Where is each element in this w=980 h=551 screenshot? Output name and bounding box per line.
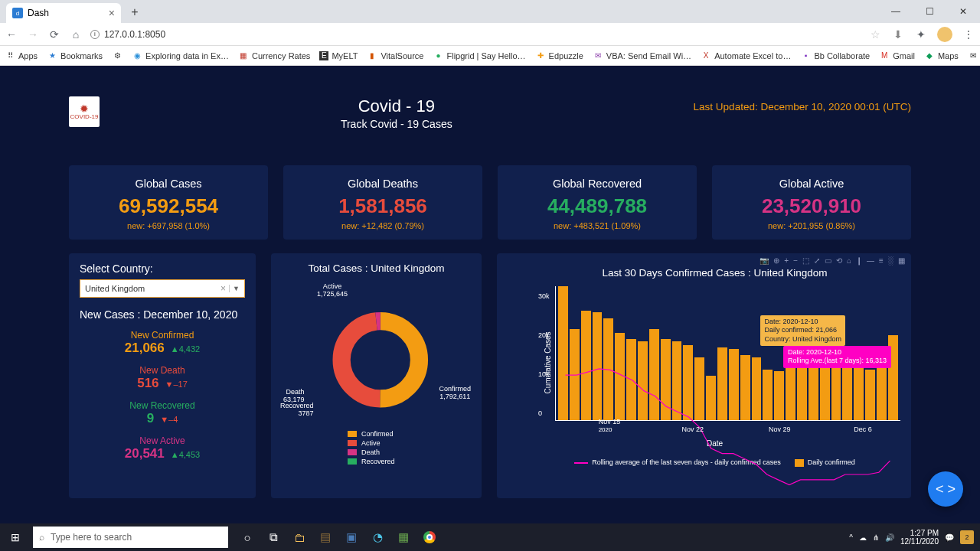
bar[interactable] xyxy=(661,339,671,420)
bar[interactable] xyxy=(717,347,727,420)
close-icon[interactable]: × xyxy=(109,7,115,19)
bookmark-item[interactable]: ✉VBA: Send Email Wi… xyxy=(593,51,691,61)
chart-tool-icon[interactable]: 📷 xyxy=(760,256,769,265)
new-tab-button[interactable]: + xyxy=(126,3,144,21)
bookmark-item[interactable]: ▮VitalSource xyxy=(367,51,423,61)
bar[interactable] xyxy=(593,312,603,420)
home-icon[interactable]: ⌂ xyxy=(69,28,83,41)
chart-tool-icon[interactable]: − xyxy=(793,256,798,265)
maximize-button[interactable]: ☐ xyxy=(913,0,946,23)
bar[interactable] xyxy=(694,357,704,420)
profile-avatar[interactable] xyxy=(937,27,952,42)
floating-action-button[interactable]: < > xyxy=(928,471,963,507)
bar[interactable] xyxy=(786,365,795,420)
bar[interactable] xyxy=(558,286,568,420)
bookmark-item[interactable]: ✉mobeenali967@ya… xyxy=(968,51,980,61)
donut-chart[interactable]: Active1,725,645 Confirmed1,792,611 Death… xyxy=(279,283,474,429)
chevron-down-icon[interactable]: ▼ xyxy=(229,285,240,292)
bar-chart[interactable]: Cumulative Cases 0 10k 20k 30k Date: 202… xyxy=(541,286,903,439)
chart-tool-icon[interactable]: ⬚ xyxy=(802,256,809,265)
close-window-button[interactable]: ✕ xyxy=(946,0,980,23)
download-icon[interactable]: ⬇ xyxy=(891,28,905,41)
extensions-icon[interactable]: ✦ xyxy=(914,28,928,41)
browser-tab[interactable]: d Dash × xyxy=(6,3,121,23)
chart-tool-icon[interactable]: ⤢ xyxy=(814,256,820,265)
clear-icon[interactable]: × xyxy=(217,283,229,294)
taskbar-search[interactable]: ⌕ Type here to search xyxy=(33,527,228,548)
bookmark-item[interactable]: MGmail xyxy=(879,51,915,61)
tray-chevron-icon[interactable]: ^ xyxy=(849,533,853,542)
chart-tool-icon[interactable]: ⌂ xyxy=(847,256,851,265)
legend-item[interactable]: Daily confirmed xyxy=(795,458,855,467)
bar[interactable] xyxy=(626,339,636,420)
bar[interactable] xyxy=(831,359,841,420)
bar[interactable] xyxy=(706,376,716,420)
chart-tool-icon[interactable]: ▭ xyxy=(825,256,831,265)
chart-tool-icon[interactable]: ⟲ xyxy=(836,256,842,265)
forward-icon[interactable]: → xyxy=(26,28,40,41)
bookmark-item[interactable]: ▪Bb Collaborate xyxy=(800,51,870,61)
taskbar-app-icon[interactable]: ▤ xyxy=(313,523,338,551)
bar[interactable] xyxy=(865,370,875,420)
bar[interactable] xyxy=(615,333,625,420)
bar[interactable] xyxy=(603,318,613,420)
cloud-icon[interactable]: ☁ xyxy=(859,533,867,542)
reload-icon[interactable]: ⟳ xyxy=(47,28,61,41)
back-icon[interactable]: ← xyxy=(5,28,18,41)
legend-item[interactable]: Active xyxy=(348,439,474,447)
volume-icon[interactable]: 🔊 xyxy=(885,533,894,542)
bar[interactable] xyxy=(854,361,864,420)
menu-icon[interactable]: ⋮ xyxy=(962,28,975,41)
chrome-icon[interactable] xyxy=(417,523,442,551)
bar[interactable] xyxy=(729,349,739,420)
country-select[interactable]: United Kingdom × ▼ xyxy=(80,279,245,298)
bookmark-item[interactable]: EMyELT xyxy=(319,51,358,60)
bookmark-item[interactable]: XAutomate Excel to… xyxy=(701,51,791,61)
star-icon[interactable]: ☆ xyxy=(868,28,882,41)
legend-item[interactable]: Death xyxy=(348,448,474,456)
file-explorer-icon[interactable]: 🗀 xyxy=(287,523,312,551)
chart-tool-icon[interactable]: ❙ xyxy=(856,256,862,265)
cortana-icon[interactable]: ○ xyxy=(235,523,260,551)
chart-tool-icon[interactable]: + xyxy=(784,256,789,265)
notification-icon[interactable]: 💬 xyxy=(945,533,954,542)
bar[interactable] xyxy=(740,355,750,420)
minimize-button[interactable]: — xyxy=(879,0,913,23)
wifi-icon[interactable]: ⋔ xyxy=(873,533,879,542)
bar[interactable] xyxy=(581,311,591,420)
bookmark-item[interactable]: ✚Edpuzzle xyxy=(535,51,583,61)
site-info-icon[interactable]: i xyxy=(90,30,100,39)
chart-tool-icon[interactable]: — xyxy=(867,256,874,265)
bookmark-item[interactable]: ◆Maps xyxy=(924,51,959,61)
chart-tool-icon[interactable]: ⊕ xyxy=(773,256,779,265)
legend-item[interactable]: Rolling average of the last seven days -… xyxy=(574,458,781,467)
bookmark-item[interactable]: ⚙ xyxy=(112,51,122,61)
task-view-icon[interactable]: ⧉ xyxy=(261,523,286,551)
taskbar-clock[interactable]: 1:27 PM 12/11/2020 xyxy=(900,529,939,546)
bar[interactable] xyxy=(808,361,818,420)
bookmark-item[interactable]: ●Flipgrid | Say Hello… xyxy=(433,51,525,61)
url-text[interactable]: 127.0.0.1:8050 xyxy=(104,29,165,40)
start-button[interactable]: ⊞ xyxy=(0,523,31,551)
bar[interactable] xyxy=(649,329,659,420)
taskbar-app-icon[interactable]: ▦ xyxy=(391,523,416,551)
notification-badge[interactable]: 2 xyxy=(960,530,974,544)
chart-tool-icon[interactable]: ▦ xyxy=(898,256,905,265)
taskbar-app-icon[interactable]: ▣ xyxy=(339,523,364,551)
bar[interactable] xyxy=(763,370,773,420)
legend-item[interactable]: Recovered xyxy=(348,458,474,465)
bar[interactable] xyxy=(638,341,648,420)
bookmark-item[interactable]: ◉Exploring data in Ex… xyxy=(132,51,229,61)
chart-tool-icon[interactable]: ≡ xyxy=(879,256,884,265)
edge-icon[interactable]: ◔ xyxy=(365,523,390,551)
apps-button[interactable]: ⠿Apps xyxy=(5,51,38,61)
bookmark-item[interactable]: ★Bookmarks xyxy=(47,51,103,61)
bar[interactable] xyxy=(570,329,580,420)
legend-item[interactable]: Confirmed xyxy=(348,430,474,438)
bar[interactable] xyxy=(683,345,693,420)
bar[interactable] xyxy=(774,371,784,420)
chart-tool-icon[interactable]: ░ xyxy=(888,256,893,265)
bar[interactable] xyxy=(672,341,682,420)
bookmark-item[interactable]: ▦Currency Rates xyxy=(238,51,310,61)
bar[interactable] xyxy=(752,357,762,420)
